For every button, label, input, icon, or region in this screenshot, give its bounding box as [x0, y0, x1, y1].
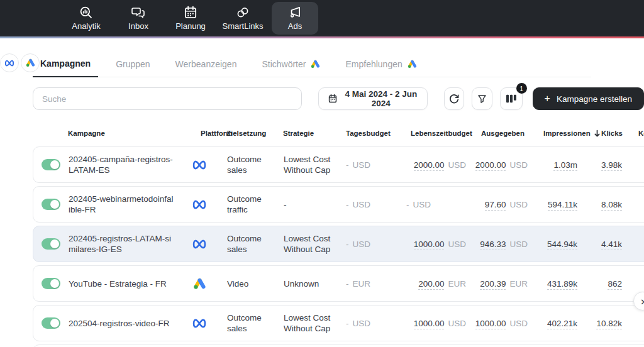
budget-cell: -USD: [336, 199, 397, 210]
google-ads-icon: [26, 58, 35, 67]
campaign-name: 202405-registros-LATAM-similares-IG-ES: [69, 233, 182, 255]
inbox-icon: [131, 5, 146, 20]
table-row[interactable]: 202405-webinarmetodoinfalible-FROutcome …: [33, 186, 644, 223]
empty-value: -: [346, 200, 349, 209]
nav-item-analytik[interactable]: Analytik: [63, 2, 109, 35]
google-ads-icon: [408, 60, 417, 69]
meta-button[interactable]: [0, 53, 19, 72]
impressions-value: 1.03m: [553, 160, 577, 171]
currency-label: USD: [509, 319, 528, 328]
impressions-cell: 594.11k: [529, 199, 586, 210]
campaign-name: 202405-webinarmetodoinfalible-FR: [69, 194, 182, 215]
google-ads-icon: [193, 278, 206, 290]
currency-label: USD: [509, 200, 528, 209]
column-header-label: Impressionen: [543, 129, 591, 137]
create-campaign-button[interactable]: + Kampagne erstellen: [533, 87, 644, 110]
column-header-zielsetzung[interactable]: Zielsetzung: [216, 129, 273, 137]
budget-cell: 2000.00USD: [466, 160, 529, 170]
currency-label: USD: [353, 240, 371, 249]
currency-label: USD: [448, 160, 466, 170]
column-header-strategie[interactable]: Strategie: [273, 129, 336, 137]
column-header-ausgegeben[interactable]: Ausgegeben: [465, 129, 528, 137]
empty-value: -: [346, 240, 349, 249]
empty-value: -: [346, 279, 349, 289]
nav-gradient-divider: [0, 36, 644, 38]
currency-label: USD: [353, 319, 371, 328]
toggle-switch[interactable]: [42, 238, 60, 250]
toggle-switch[interactable]: [42, 199, 60, 210]
money-value: 1000.00: [414, 319, 445, 329]
table-header-row: KampagnePlattformZielsetzungStrategieTag…: [33, 125, 644, 141]
budget-cell: 97.60USD: [466, 199, 529, 210]
columns-badge: 1: [516, 83, 527, 94]
clicks-value: 8.08k: [601, 200, 622, 211]
date-range-button[interactable]: 4 Mai 2024 - 2 Jun 2024: [318, 87, 428, 110]
tab-werbeanzeigen[interactable]: Werbeanzeigen: [168, 55, 245, 77]
platform-cell: [182, 238, 217, 250]
impressions-cell: 402.21k: [529, 318, 586, 329]
analytics-icon: [79, 5, 94, 20]
toggle-knob: [50, 160, 59, 169]
clicks-cell: 4.41k: [586, 239, 632, 250]
column-header-impressionen[interactable]: Impressionen: [528, 129, 585, 138]
google-ads-button[interactable]: [21, 53, 40, 72]
column-header-tagesbudget[interactable]: Tagesbudget: [336, 129, 396, 137]
funnel-icon: [477, 94, 487, 104]
tab-stichworter[interactable]: Stichwörter: [254, 55, 328, 77]
toggle-switch[interactable]: [42, 278, 60, 289]
columns-icon: [506, 94, 517, 104]
tab-empfehlungen[interactable]: Empfehlungen: [338, 55, 424, 77]
nav-item-label: Planung: [175, 21, 206, 31]
tab-label: Empfehlungen: [345, 59, 402, 69]
top-nav: AnalytikInboxPlanungSmartLinksAds: [0, 0, 644, 36]
refresh-button[interactable]: [444, 87, 464, 110]
filter-button[interactable]: [472, 87, 492, 110]
column-header-label: Ausgegeben: [481, 129, 525, 137]
meta-icon: [191, 159, 208, 171]
megaphone-icon: [287, 5, 303, 20]
chevron-right-icon: ›: [641, 295, 644, 307]
table-row[interactable]: 202504-registros-video-FROutcome salesLo…: [33, 305, 644, 341]
toggle-knob: [50, 200, 59, 209]
column-header-lebenszeitbudget[interactable]: Lebenszeitbudget: [396, 129, 465, 137]
platform-filter-buttons: [0, 53, 40, 72]
currency-label: USD: [413, 200, 431, 209]
money-value: 1000.00: [414, 240, 445, 250]
toggle-switch[interactable]: [42, 159, 60, 170]
toggle-cell: [33, 238, 69, 250]
nav-item-planung[interactable]: Planung: [167, 2, 214, 35]
meta-icon: [4, 59, 15, 67]
budget-cell: -EUR: [336, 278, 397, 289]
nav-item-smartlinks[interactable]: SmartLinks: [219, 2, 266, 35]
table-row[interactable]: 202405-campaña-registros-LATAM-ESOutcome…: [33, 146, 644, 183]
tab-label: Werbeanzeigen: [175, 59, 237, 69]
empty-value: -: [406, 200, 409, 209]
tab-gruppen[interactable]: Gruppen: [108, 55, 157, 77]
table-row-partial[interactable]: [33, 344, 644, 347]
objective-cell: Outcome sales: [217, 154, 274, 175]
money-value: 200.00: [418, 279, 444, 290]
platform-cell: [182, 317, 217, 329]
strategy-cell: -: [274, 199, 336, 210]
toggle-switch[interactable]: [42, 317, 60, 329]
currency-label: EUR: [448, 279, 466, 289]
nav-item-ads[interactable]: Ads: [272, 2, 318, 35]
table-row[interactable]: YouTube - Estrategia - FRVideoUnknown-EU…: [33, 265, 644, 302]
table-row[interactable]: 202405-registros-LATAM-similares-IG-ESOu…: [33, 226, 644, 262]
currency-label: USD: [448, 319, 466, 328]
nav-item-label: SmartLinks: [222, 21, 263, 31]
tab-kampagnen[interactable]: Kampagnen: [33, 55, 98, 77]
money-value: 2000.00: [475, 160, 506, 171]
budget-cell: -USD: [336, 318, 397, 329]
column-header-plattform[interactable]: Plattform: [181, 129, 216, 137]
column-header-label: Strategie: [283, 129, 314, 137]
column-header-kosten[interactable]: Kosten: [631, 129, 644, 137]
column-header-kampagne[interactable]: Kampagne: [68, 129, 181, 137]
column-header-klicks[interactable]: Klicks: [585, 129, 631, 137]
ads-manager-page: { "nav": { "items": [ {"label": "Analyti…: [0, 0, 644, 347]
nav-item-label: Inbox: [128, 21, 148, 31]
objective-cell: Outcome traffic: [217, 194, 274, 215]
nav-item-inbox[interactable]: Inbox: [115, 2, 162, 35]
search-input[interactable]: [33, 87, 302, 110]
platform-cell: [182, 278, 217, 290]
